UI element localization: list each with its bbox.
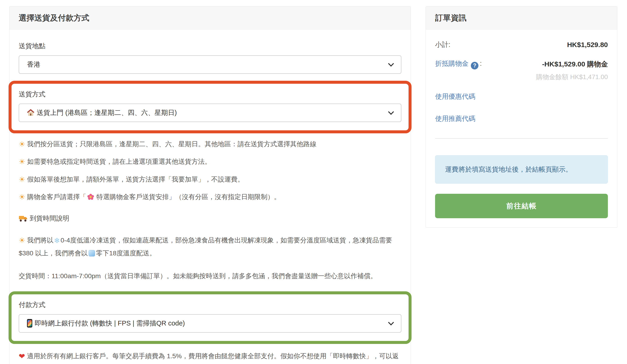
checkout-button[interactable]: 前往結帳 — [435, 194, 608, 218]
credit-link[interactable]: 折抵購物金 — [435, 60, 469, 67]
order-summary-title: 訂單資訊 — [435, 13, 467, 23]
summary-divider — [435, 138, 608, 139]
shipping-method-select[interactable]: 送貨上門 (港島區；逢星期二、四、六、星期日) — [19, 104, 401, 122]
order-summary-card: 訂單資訊 小計: HK$1,529.80 折抵購物金?: -HK$1,529.0… — [426, 6, 617, 228]
sun-icon: ☀ — [19, 140, 25, 148]
arrival-time-heading: 到貨時間說明 — [19, 214, 401, 223]
hibiscus-icon — [87, 194, 94, 201]
checkout-page: 選擇送貨及付款方式 送貨地點 香港 送貨方式 送貨上門 (港島區；逢星期二、四、… — [0, 0, 627, 364]
shipping-location-select[interactable]: 香港 — [19, 55, 401, 74]
chevron-down-icon — [388, 61, 394, 66]
heart-icon: ❤ — [19, 352, 25, 361]
ice-icon — [89, 250, 95, 257]
subtotal-value: HK$1,529.80 — [567, 41, 608, 49]
sun-icon: ☀ — [19, 236, 25, 245]
payment-method-selected: 即時網上銀行付款 (轉數快 | FPS | 需掃描QR code) — [35, 319, 185, 328]
page-title: 選擇送貨及付款方式 — [19, 13, 89, 23]
payment-method-label: 付款方式 — [19, 300, 401, 310]
snowflake-icon: ❄ — [54, 236, 60, 245]
shipping-location-label: 送貨地點 — [19, 42, 401, 51]
shipping-location-selected: 香港 — [27, 60, 40, 69]
shipping-payment-card-body: 送貨地點 香港 送貨方式 送貨上門 (港島區；逢星期二、四、六、星期日) ☀ 我… — [9, 30, 411, 364]
credit-value: -HK$1,529.00 購物金 — [542, 59, 608, 69]
order-summary-header: 訂單資訊 — [426, 6, 617, 30]
shipping-fee-info: 運費將於填寫送貨地址後，於結帳頁顯示。 — [435, 155, 608, 184]
shipping-note: ☀ 如需要特急或指定時間送貨，請在上邊選項重選其他送貨方法。 — [19, 156, 401, 167]
shipping-note: ☀ 我們按分區送貨；只限港島區，逢星期二、四、六、星期日。其他地區：請在送貨方式… — [19, 139, 401, 150]
subtotal-label: 小計: — [435, 40, 450, 49]
house-icon — [27, 109, 34, 116]
shipping-method-selected: 送貨上門 (港島區；逢星期二、四、六、星期日) — [37, 108, 177, 117]
credit-row: 折抵購物金?: -HK$1,529.00 購物金 — [435, 59, 608, 69]
chevron-down-icon — [388, 319, 394, 325]
shipping-payment-card: 選擇送貨及付款方式 送貨地點 香港 送貨方式 送貨上門 (港島區；逢星期二、四、… — [9, 6, 411, 364]
delivery-time-note: 交貨時間：11:00am-7:00pm（送貨當日準備訂單）。如未能夠按時送到，請… — [19, 270, 401, 282]
payment-method-select[interactable]: 即時網上銀行付款 (轉數快 | FPS | 需掃描QR code) — [19, 314, 401, 333]
payment-fee-note: ❤ 適用於所有有網上銀行客戶。每筆交易手續費為 1.5%，費用將會由餸您健康全部… — [19, 350, 401, 364]
chevron-down-icon — [388, 109, 394, 115]
payment-method-highlight-ring: 付款方式 即時網上銀行付款 (轉數快 | FPS | 需掃描QR code) — [8, 291, 412, 344]
phone-icon — [27, 319, 32, 328]
shipping-note-credit: ☀ 購物金客戶請選擇「特選購物金客戶送貨安排」（沒有分區，沒有指定日期限制）。 — [19, 192, 401, 202]
subtotal-row: 小計: HK$1,529.80 — [435, 40, 608, 49]
referral-code-link[interactable]: 使用推薦代碼 — [435, 114, 608, 123]
shipping-method-highlight-ring: 送貨方式 送貨上門 (港島區；逢星期二、四、六、星期日) — [8, 81, 412, 133]
truck-icon — [19, 215, 27, 222]
question-icon[interactable]: ? — [471, 62, 478, 69]
credit-balance: 購物金餘額 HK$1,471.00 — [435, 73, 608, 81]
sun-icon: ☀ — [19, 193, 25, 201]
credit-colon: : — [480, 60, 482, 67]
credit-label-group: 折抵購物金?: — [435, 59, 482, 69]
sun-icon: ☀ — [19, 175, 25, 184]
coupon-code-link[interactable]: 使用優惠代碼 — [435, 92, 608, 101]
order-summary-body: 小計: HK$1,529.80 折抵購物金?: -HK$1,529.00 購物金… — [426, 30, 617, 227]
cold-chain-note: ☀ 我們將以❄0-4度低溫冷凍送貨，假如連蔬果配送，部份急凍食品有機會出現解凍現… — [19, 234, 401, 259]
shipping-method-label: 送貨方式 — [19, 90, 401, 99]
shipping-payment-card-header: 選擇送貨及付款方式 — [9, 6, 411, 30]
shipping-note: ☀ 假如落單後想加單，請額外落單，送貨方法選擇「我要加單」，不設運費。 — [19, 174, 401, 185]
sun-icon: ☀ — [19, 157, 25, 166]
